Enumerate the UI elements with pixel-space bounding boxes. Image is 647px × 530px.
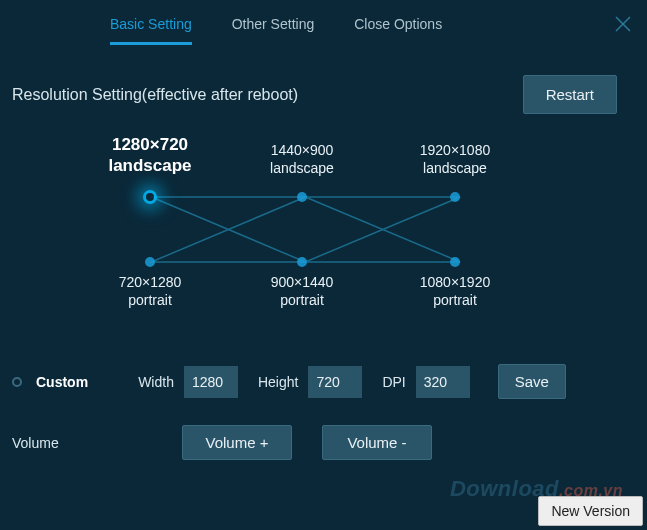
resolution-graph: 1280×720 landscape 1440×900 landscape 19… <box>40 134 607 314</box>
height-input[interactable] <box>308 366 362 398</box>
tabs-bar: Basic Setting Other Setting Close Option… <box>0 0 647 45</box>
resolution-value: 1440×900 <box>271 142 334 158</box>
resolution-dot-active[interactable] <box>143 190 157 204</box>
tab-close-options[interactable]: Close Options <box>354 16 442 45</box>
resolution-orient: landscape <box>90 155 210 176</box>
volume-row: Volume Volume + Volume - <box>0 399 647 460</box>
resolution-option-900x1440[interactable]: 900×1440 portrait <box>242 274 362 309</box>
volume-up-button[interactable]: Volume + <box>182 425 292 460</box>
resolution-option-1280x720[interactable]: 1280×720 landscape <box>90 134 210 177</box>
resolution-orient: landscape <box>242 160 362 178</box>
resolution-dot[interactable] <box>450 192 460 202</box>
close-icon[interactable] <box>613 14 633 34</box>
resolution-value: 1920×1080 <box>420 142 490 158</box>
resolution-value: 1080×1920 <box>420 274 490 290</box>
resolution-title: Resolution Setting(effective after reboo… <box>12 86 298 104</box>
tab-other-setting[interactable]: Other Setting <box>232 16 315 45</box>
svg-line-7 <box>151 197 305 262</box>
resolution-option-1440x900[interactable]: 1440×900 landscape <box>242 142 362 177</box>
svg-line-6 <box>151 197 305 262</box>
resolution-dot[interactable] <box>145 257 155 267</box>
custom-resolution-row: Custom Width Height DPI Save <box>0 314 647 399</box>
resolution-dot[interactable] <box>297 257 307 267</box>
volume-label: Volume <box>12 435 152 451</box>
custom-label: Custom <box>36 374 88 390</box>
new-version-button[interactable]: New Version <box>538 496 643 526</box>
resolution-orient: portrait <box>242 292 362 310</box>
custom-radio[interactable] <box>12 377 22 387</box>
volume-down-button[interactable]: Volume - <box>322 425 432 460</box>
resolution-orient: landscape <box>395 160 515 178</box>
save-button[interactable]: Save <box>498 364 566 399</box>
resolution-value: 900×1440 <box>271 274 334 290</box>
resolution-header-row: Resolution Setting(effective after reboo… <box>0 45 647 114</box>
svg-line-9 <box>305 197 460 262</box>
resolution-dot[interactable] <box>297 192 307 202</box>
tab-basic-setting[interactable]: Basic Setting <box>110 16 192 45</box>
dpi-input[interactable] <box>416 366 470 398</box>
restart-button[interactable]: Restart <box>523 75 617 114</box>
width-label: Width <box>138 374 174 390</box>
width-input[interactable] <box>184 366 238 398</box>
resolution-value: 720×1280 <box>119 274 182 290</box>
svg-line-8 <box>305 197 460 262</box>
resolution-option-720x1280[interactable]: 720×1280 portrait <box>90 274 210 309</box>
height-label: Height <box>258 374 298 390</box>
resolution-option-1920x1080[interactable]: 1920×1080 landscape <box>395 142 515 177</box>
resolution-dot[interactable] <box>450 257 460 267</box>
dpi-label: DPI <box>382 374 405 390</box>
resolution-option-1080x1920[interactable]: 1080×1920 portrait <box>395 274 515 309</box>
resolution-value: 1280×720 <box>112 135 188 154</box>
resolution-orient: portrait <box>395 292 515 310</box>
resolution-orient: portrait <box>90 292 210 310</box>
